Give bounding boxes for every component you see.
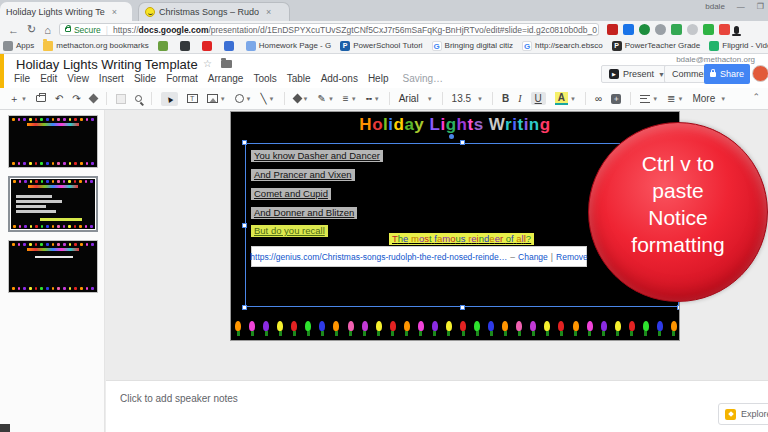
handle-bottom-mid[interactable] <box>460 305 465 310</box>
share-button[interactable]: Share <box>704 64 750 84</box>
insert-line-button[interactable]: ╲▼ <box>261 93 275 104</box>
tab-close-icon[interactable]: × <box>112 7 117 17</box>
bookmark-apps[interactable]: Apps <box>3 41 34 51</box>
align-button[interactable]: ▼ <box>640 95 658 103</box>
handle-bottom-right[interactable] <box>677 305 680 310</box>
bookmark-homework[interactable]: Homework Page - G <box>246 41 331 51</box>
minimize-icon[interactable]: — <box>737 2 745 11</box>
text-box-button[interactable]: T <box>187 94 198 103</box>
explore-button[interactable]: Explore <box>718 403 768 425</box>
body-line[interactable]: And Prancer and Vixen <box>251 169 355 181</box>
avatar[interactable] <box>752 65 768 82</box>
green-square-extension-icon[interactable] <box>671 24 682 35</box>
link-remove-button[interactable]: Remove <box>556 252 588 262</box>
new-slide-button[interactable]: ＋▼ <box>9 92 27 106</box>
red-extension-icon[interactable] <box>607 24 618 35</box>
more-button[interactable]: More▼ <box>692 93 726 104</box>
handle-bottom-left[interactable] <box>242 305 247 310</box>
insert-comment-button[interactable]: ＋ <box>611 94 621 104</box>
print-button[interactable] <box>36 95 46 102</box>
fill-color-button[interactable]: ▼ <box>294 95 309 102</box>
tab-christmas-songs[interactable]: Christmas Songs – Rudo × <box>138 2 290 21</box>
drive-extension-icon[interactable] <box>719 24 730 35</box>
bookmark-powerteacher[interactable]: PPowerTeacher Grade <box>612 41 701 51</box>
gray-extension-icon[interactable] <box>655 24 666 35</box>
tab-holiday-lights[interactable]: Holiday Lights Writing Te × <box>0 2 132 21</box>
speaker-notes-panel[interactable]: Click to add speaker notes <box>106 380 768 432</box>
move-folder-icon[interactable] <box>221 60 232 68</box>
redo-button[interactable]: ↷ <box>72 93 80 104</box>
line-weight-button[interactable]: ≡▼ <box>343 93 357 104</box>
menu-add-ons[interactable]: Add-ons <box>321 73 358 84</box>
insert-link-button[interactable]: ∞ <box>595 93 602 104</box>
bookmark-youtube[interactable] <box>202 41 215 51</box>
gray-circle-extension-icon[interactable] <box>687 24 698 35</box>
refresh-icon[interactable]: ↻ <box>27 23 36 36</box>
line-spacing-button[interactable]: ≣▼ <box>667 93 683 104</box>
link-change-button[interactable]: Change <box>518 252 548 262</box>
bookmark-httpsearchebsco[interactable]: Ghttp://search.ebsco <box>522 41 603 51</box>
link-url[interactable]: https://genius.com/Christmas-songs-rudol… <box>250 252 507 262</box>
bookmark-flipgrid[interactable]: Flipgrid - Video for s <box>709 41 768 51</box>
back-icon[interactable]: ← <box>8 24 19 36</box>
present-button[interactable]: ▶ Present ▼ <box>601 65 673 83</box>
menu-tools[interactable]: Tools <box>253 73 276 84</box>
italic-button[interactable]: I <box>518 93 521 104</box>
select-tool-button[interactable]: ▲ <box>161 92 178 106</box>
insert-image-button[interactable]: ▼ <box>207 94 226 103</box>
body-line[interactable]: You know Dasher and Dancer <box>251 150 383 162</box>
blue-extension-icon[interactable] <box>623 24 634 35</box>
handle-top-mid[interactable] <box>460 140 465 145</box>
menu-arrange[interactable]: Arrange <box>208 73 244 84</box>
line-color-button[interactable]: ✎▼ <box>318 93 334 104</box>
menu-view[interactable]: View <box>67 73 89 84</box>
handle-top-left[interactable] <box>242 140 247 145</box>
body-line[interactable]: Comet and Cupid <box>251 188 331 200</box>
paint-format-button[interactable] <box>90 95 97 102</box>
body-line[interactable]: And Donner and Blitzen <box>251 207 357 219</box>
menu-help[interactable]: Help <box>368 73 389 84</box>
menu-edit[interactable]: Edit <box>40 73 57 84</box>
document-title[interactable]: Holiday Lights Writing Template <box>16 57 198 72</box>
restore-icon[interactable]: ❐ <box>757 2 764 11</box>
speaker-notes-placeholder[interactable]: Click to add speaker notes <box>120 393 238 404</box>
text-color-button[interactable]: A▼ <box>555 92 576 105</box>
chat-extension-icon[interactable] <box>703 24 714 35</box>
microphone-icon[interactable] <box>734 26 739 34</box>
bookmark-leaf[interactable] <box>158 41 171 51</box>
slide-thumbnail-3[interactable] <box>8 240 98 293</box>
bookmark-grid[interactable] <box>180 41 193 51</box>
menu-insert[interactable]: Insert <box>99 73 124 84</box>
zoom-button[interactable] <box>135 95 142 102</box>
address-input[interactable]: Secure | https://docs.google.com/present… <box>59 23 599 36</box>
insert-shape-button[interactable]: ▼ <box>235 94 252 103</box>
line-dash-button[interactable]: ╍▼ <box>366 93 380 104</box>
hide-menus-icon[interactable]: ⌃ <box>752 92 760 102</box>
title-handle[interactable] <box>449 134 454 139</box>
font-size-select[interactable]: 13.5▼ <box>452 93 483 104</box>
undo-button[interactable]: ↶ <box>55 93 63 104</box>
bookmark-methactonorg[interactable]: methacton.org bookmarks <box>43 41 149 51</box>
font-family-select[interactable]: Arial▼ <box>399 93 433 104</box>
grid-icon <box>180 41 190 51</box>
handle-mid-left[interactable] <box>242 223 247 228</box>
star-document-icon[interactable]: ☆ <box>203 58 212 69</box>
recall-line[interactable]: But do you recall <box>251 225 328 237</box>
background-button[interactable] <box>116 94 126 104</box>
green-dot-extension-icon[interactable] <box>639 24 650 35</box>
slide-thumbnail-2-selected[interactable] <box>8 176 98 232</box>
bold-button[interactable]: B <box>502 93 509 104</box>
bookmark-blue[interactable] <box>224 41 237 51</box>
menu-table[interactable]: Table <box>287 73 311 84</box>
famous-line[interactable]: The most famous reindeer of all? <box>389 233 534 245</box>
bookmark-bringing[interactable]: GBringing digital citiz <box>432 41 513 51</box>
slide-thumbnail-1[interactable] <box>8 115 98 168</box>
menu-file[interactable]: File <box>14 73 30 84</box>
menu-format[interactable]: Format <box>166 73 198 84</box>
slide-title[interactable]: Holiday Lights Writing <box>231 115 679 135</box>
home-icon[interactable]: ⌂ <box>44 24 51 36</box>
menu-slide[interactable]: Slide <box>134 73 156 84</box>
underline-button[interactable]: U <box>531 92 546 105</box>
bookmark-powerschool[interactable]: PPowerSchool Tutori <box>340 41 422 51</box>
tab-close-icon[interactable]: × <box>266 7 271 17</box>
